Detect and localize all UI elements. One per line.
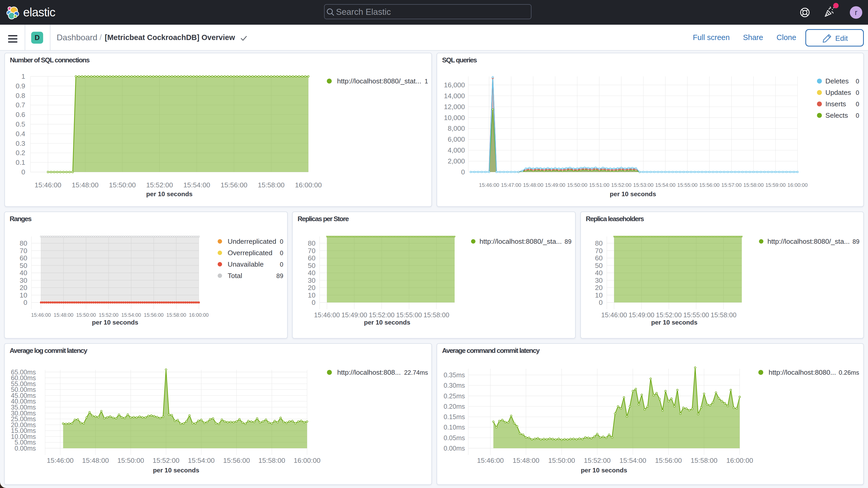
svg-text:15:49:00: 15:49:00 <box>545 182 565 188</box>
svg-text:15:52:00: 15:52:00 <box>584 457 611 464</box>
svg-text:0.20ms: 0.20ms <box>444 403 465 410</box>
svg-text:per 10 seconds: per 10 seconds <box>610 190 656 197</box>
svg-text:12,000: 12,000 <box>444 103 465 111</box>
svg-text:70: 70 <box>20 247 27 255</box>
svg-text:0: 0 <box>21 168 25 176</box>
svg-text:16:00:00: 16:00:00 <box>189 312 209 318</box>
svg-text:15:58:00: 15:58:00 <box>424 311 450 318</box>
svg-text:50: 50 <box>308 262 315 270</box>
svg-text:15:52:00: 15:52:00 <box>656 311 682 318</box>
svg-text:0: 0 <box>23 299 27 306</box>
svg-text:14,000: 14,000 <box>444 92 465 100</box>
svg-text:Selects: Selects <box>826 112 848 119</box>
svg-text:15:52:00: 15:52:00 <box>146 181 173 189</box>
svg-text:0: 0 <box>599 299 603 306</box>
svg-text:15:57:00: 15:57:00 <box>721 182 742 188</box>
svg-text:0.10ms: 0.10ms <box>444 424 465 431</box>
svg-text:15:56:00: 15:56:00 <box>221 181 247 189</box>
svg-text:0.3: 0.3 <box>16 140 25 147</box>
svg-text:30: 30 <box>595 276 603 284</box>
svg-text:per 10 seconds: per 10 seconds <box>153 467 199 474</box>
svg-text:0.4: 0.4 <box>16 130 25 138</box>
svg-text:0: 0 <box>312 299 315 306</box>
svg-text:1: 1 <box>425 78 428 85</box>
svg-text:16,000: 16,000 <box>444 81 465 89</box>
svg-text:15:56:00: 15:56:00 <box>223 457 250 464</box>
svg-text:0: 0 <box>461 168 465 176</box>
svg-text:60: 60 <box>595 254 603 262</box>
svg-text:15:55:00: 15:55:00 <box>396 311 422 318</box>
svg-text:15:48:00: 15:48:00 <box>54 312 73 318</box>
svg-text:30: 30 <box>20 276 27 284</box>
svg-text:20: 20 <box>20 284 27 292</box>
svg-text:70: 70 <box>595 247 603 255</box>
svg-text:0.15ms: 0.15ms <box>444 413 465 421</box>
svg-text:15:50:00: 15:50:00 <box>76 312 96 318</box>
svg-text:80: 80 <box>20 239 27 247</box>
svg-text:15:52:00: 15:52:00 <box>611 182 631 188</box>
svg-text:per 10 seconds: per 10 seconds <box>146 190 193 197</box>
svg-text:15:50:00: 15:50:00 <box>567 182 587 188</box>
svg-text:15:54:00: 15:54:00 <box>620 457 646 464</box>
svg-text:15:58:00: 15:58:00 <box>691 457 717 464</box>
svg-text:per 10 seconds: per 10 seconds <box>364 319 410 326</box>
svg-text:65.00ms: 65.00ms <box>11 368 36 376</box>
svg-text:10: 10 <box>595 291 603 299</box>
svg-text:0.35ms: 0.35ms <box>444 371 465 378</box>
svg-text:15:55:00: 15:55:00 <box>683 311 709 318</box>
svg-text:50: 50 <box>20 262 27 270</box>
svg-text:15:54:00: 15:54:00 <box>121 312 141 318</box>
svg-text:15:59:00: 15:59:00 <box>765 182 786 188</box>
svg-text:30: 30 <box>308 276 315 284</box>
svg-text:Unavailable: Unavailable <box>228 261 264 268</box>
svg-text:15:46:00: 15:46:00 <box>601 311 627 318</box>
svg-text:20: 20 <box>595 284 603 292</box>
svg-text:15:58:00: 15:58:00 <box>743 182 764 188</box>
svg-text:80: 80 <box>308 239 315 247</box>
svg-text:15:56:00: 15:56:00 <box>699 182 720 188</box>
svg-text:0: 0 <box>856 89 859 96</box>
svg-text:6,000: 6,000 <box>448 135 465 143</box>
svg-text:15:54:00: 15:54:00 <box>188 457 215 464</box>
svg-text:15:52:00: 15:52:00 <box>153 457 179 464</box>
svg-text:15:46:00: 15:46:00 <box>477 457 504 464</box>
svg-text:15:46:00: 15:46:00 <box>47 457 73 464</box>
svg-text:10,000: 10,000 <box>444 114 465 122</box>
svg-text:15:53:00: 15:53:00 <box>633 182 654 188</box>
svg-text:0.26ms: 0.26ms <box>839 369 859 376</box>
svg-text:http://localhost:8080/_sta...: http://localhost:8080/_sta... <box>768 238 850 245</box>
svg-text:0.1: 0.1 <box>16 158 25 166</box>
svg-text:15:58:00: 15:58:00 <box>258 457 285 464</box>
svg-text:8,000: 8,000 <box>448 124 465 132</box>
svg-text:15:48:00: 15:48:00 <box>523 182 544 188</box>
svg-text:89: 89 <box>852 238 860 245</box>
svg-text:0: 0 <box>280 238 283 245</box>
svg-text:15:46:00: 15:46:00 <box>35 181 61 189</box>
svg-text:80: 80 <box>595 239 603 247</box>
svg-text:2,000: 2,000 <box>448 157 465 165</box>
svg-text:15:52:00: 15:52:00 <box>99 312 119 318</box>
svg-text:0.2: 0.2 <box>16 149 25 157</box>
svg-text:15:50:00: 15:50:00 <box>548 457 575 464</box>
svg-text:15:56:00: 15:56:00 <box>144 312 164 318</box>
svg-text:15:49:00: 15:49:00 <box>341 311 367 318</box>
svg-text:15:54:00: 15:54:00 <box>655 182 675 188</box>
svg-text:15:55:00: 15:55:00 <box>677 182 698 188</box>
svg-text:per 10 seconds: per 10 seconds <box>651 319 698 326</box>
svg-text:0.7: 0.7 <box>16 101 25 109</box>
svg-text:20: 20 <box>308 284 315 292</box>
svg-text:0.05ms: 0.05ms <box>444 434 465 441</box>
svg-text:60: 60 <box>20 254 27 262</box>
svg-text:70: 70 <box>308 247 315 255</box>
svg-text:15:58:00: 15:58:00 <box>258 181 285 189</box>
svg-text:1: 1 <box>21 72 25 80</box>
svg-text:16:00:00: 16:00:00 <box>295 181 322 189</box>
svg-text:per 10 seconds: per 10 seconds <box>92 319 138 326</box>
svg-text:4,000: 4,000 <box>448 146 465 154</box>
svg-text:15:54:00: 15:54:00 <box>184 181 210 189</box>
svg-text:16:00:00: 16:00:00 <box>726 457 753 464</box>
svg-text:Inserts: Inserts <box>826 100 846 108</box>
svg-text:15:51:00: 15:51:00 <box>589 182 610 188</box>
svg-text:10: 10 <box>308 291 315 299</box>
svg-text:15:50:00: 15:50:00 <box>117 457 144 464</box>
